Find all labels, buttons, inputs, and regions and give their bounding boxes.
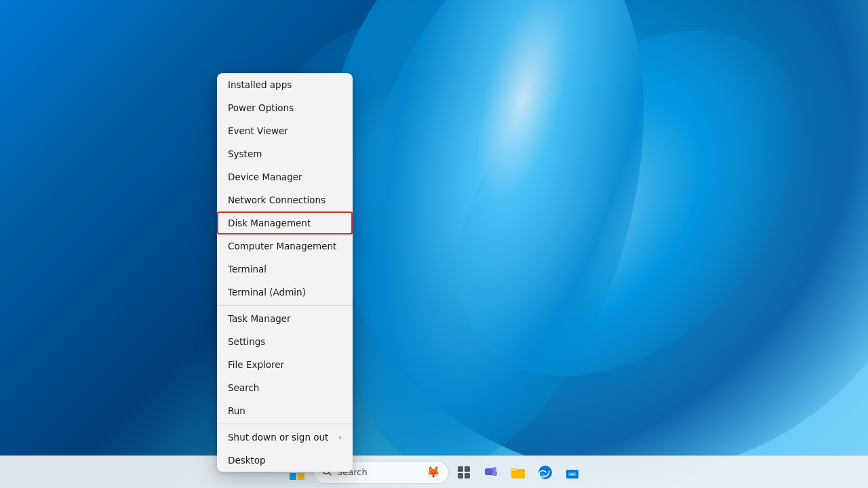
store-button[interactable]: [560, 460, 585, 485]
taskbar-search-emoji: 🦊: [427, 466, 440, 479]
menu-item-terminal[interactable]: Terminal: [217, 258, 353, 281]
menu-item-device-manager[interactable]: Device Manager: [217, 165, 353, 188]
desktop: Installed apps Power Options Event Viewe…: [0, 0, 868, 488]
menu-item-power-options[interactable]: Power Options: [217, 96, 353, 119]
menu-item-system[interactable]: System: [217, 142, 353, 165]
svg-point-11: [492, 467, 496, 471]
svg-rect-18: [570, 474, 574, 475]
menu-item-file-explorer[interactable]: File Explorer: [217, 353, 353, 376]
menu-item-disk-management[interactable]: Disk Management: [217, 211, 353, 235]
teams-icon: [484, 465, 498, 480]
svg-rect-2: [290, 473, 296, 480]
edge-icon: [538, 465, 553, 480]
menu-item-search[interactable]: Search: [217, 376, 353, 399]
menu-item-event-viewer[interactable]: Event Viewer: [217, 119, 353, 142]
menu-item-desktop[interactable]: Desktop: [217, 449, 353, 472]
taskbar: Search 🦊: [0, 455, 868, 488]
svg-rect-12: [492, 471, 497, 476]
file-explorer-button[interactable]: [506, 460, 530, 485]
svg-line-5: [329, 473, 331, 475]
svg-rect-3: [298, 473, 304, 480]
menu-separator-1: [217, 305, 353, 306]
edge-button[interactable]: [533, 460, 557, 485]
svg-rect-6: [458, 466, 463, 472]
menu-item-run[interactable]: Run: [217, 399, 353, 422]
menu-separator-2: [217, 424, 353, 424]
menu-item-network-connections[interactable]: Network Connections: [217, 188, 353, 211]
menu-item-settings[interactable]: Settings: [217, 330, 353, 353]
store-icon: [565, 465, 580, 480]
teams-button[interactable]: [479, 460, 503, 485]
file-explorer-icon: [511, 465, 526, 480]
menu-item-computer-management[interactable]: Computer Management: [217, 235, 353, 258]
menu-item-shut-down[interactable]: Shut down or sign out ›: [217, 426, 353, 449]
menu-item-terminal-admin[interactable]: Terminal (Admin): [217, 281, 353, 304]
chevron-right-icon: ›: [339, 433, 342, 442]
svg-rect-9: [465, 473, 470, 479]
context-menu: Installed apps Power Options Event Viewe…: [217, 73, 353, 472]
svg-rect-7: [465, 466, 470, 472]
menu-item-installed-apps[interactable]: Installed apps: [217, 73, 353, 96]
svg-rect-8: [458, 473, 463, 479]
menu-item-task-manager[interactable]: Task Manager: [217, 307, 353, 330]
svg-rect-14: [511, 468, 517, 471]
task-view-button[interactable]: [452, 460, 476, 485]
task-view-icon: [457, 466, 471, 479]
